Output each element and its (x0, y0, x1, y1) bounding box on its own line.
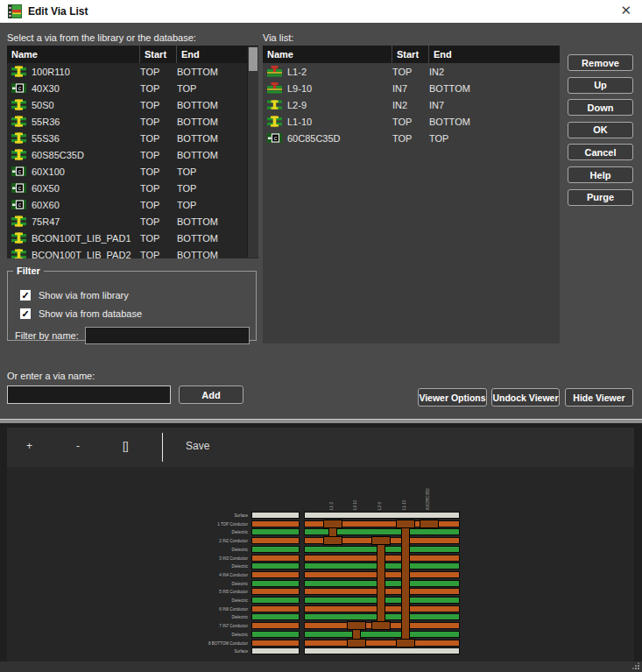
checkbox[interactable]: ✓ (19, 308, 32, 320)
table-row[interactable]: BCON100T_LIB_PAD1TOPBOTTOM (7, 230, 248, 246)
via-end-cell: BOTTOM (429, 117, 560, 127)
zoom-out-button[interactable]: - (76, 440, 80, 452)
via-end-cell: BOTTOM (177, 117, 248, 127)
via-list-table-header: NameStartEnd (263, 46, 560, 63)
via-end-cell: IN2 (429, 67, 560, 77)
via-start-cell: TOP (140, 250, 177, 259)
library-via-table[interactable]: NameStartEnd 100R110TOPBOTTOMc40X30TOPTO… (7, 46, 258, 258)
via-pad (371, 621, 391, 630)
via-name-cell: 100R110 (32, 67, 70, 77)
via-name-cell: L1-2 (287, 67, 307, 77)
via-start-cell: TOP (140, 83, 177, 94)
layer-label: Dielectric (143, 614, 248, 621)
via-end-cell: TOP (429, 133, 560, 144)
undock-viewer-button[interactable]: Undock Viewer (491, 388, 560, 407)
svg-text:c: c (18, 202, 22, 208)
zoom-in-button[interactable]: + (26, 440, 32, 452)
table-row[interactable]: L9-10IN7BOTTOM (263, 80, 560, 96)
via-column-label: L1-10 (402, 483, 410, 510)
vertical-scrollbar[interactable] (247, 46, 258, 258)
via-name-cell: 60C85C35D (287, 133, 341, 144)
purge-button[interactable]: Purge (568, 189, 633, 206)
table-row[interactable]: BCON100T_LIB_PAD2TOPBOTTOM (7, 246, 248, 258)
table-row[interactable]: c60X60TOPTOP (7, 196, 248, 213)
layer-bar (251, 647, 300, 654)
zoom-fit-button[interactable]: [] (123, 440, 129, 452)
checkbox-label: Show via from library (39, 290, 129, 301)
hide-viewer-button[interactable]: Hide Viewer (565, 388, 633, 407)
via-column-label: 60C85C35D (426, 483, 434, 510)
cross-section-canvas[interactable]: Surface1 TOP ConductorDielectric2 IN2 Co… (7, 467, 634, 661)
table-row[interactable]: 55S36TOPBOTTOM (7, 130, 248, 146)
layer-bar (251, 613, 300, 620)
via-pad (323, 536, 342, 545)
via-list-table[interactable]: NameStartEnd L1-2TOPIN2L9-10IN7BOTTOML2-… (263, 46, 560, 343)
via-name-cell: 75R47 (32, 216, 60, 227)
layer-bar (304, 512, 460, 519)
window-title: Edit Via List (28, 5, 88, 18)
via-name-cell: 60X100 (32, 166, 65, 177)
table-row[interactable]: L1-2TOPIN2 (263, 63, 560, 80)
column-header-start: Start (392, 46, 429, 63)
table-row[interactable]: 55R36TOPBOTTOM (7, 113, 248, 130)
via-start-cell: TOP (140, 100, 177, 110)
layer-label: 2 IN2 Conductor (143, 538, 248, 545)
via-start-cell: TOP (140, 216, 177, 227)
checkbox-label: Show via from database (39, 308, 142, 319)
add-button[interactable]: Add (179, 386, 243, 404)
title-bar[interactable]: Edit Via List ✕ (0, 0, 642, 24)
via-name-cell: 40X30 (32, 83, 60, 94)
scrollbar-thumb[interactable] (249, 47, 258, 71)
help-button[interactable]: Help (568, 166, 633, 183)
column-header-name: Name (263, 46, 392, 63)
filter-legend: Filter (13, 265, 44, 276)
via-name-cell: 55R36 (32, 117, 60, 127)
through-via-icon (11, 66, 26, 77)
table-row[interactable]: 100R110TOPBOTTOM (7, 63, 248, 80)
table-row[interactable]: 75R47TOPBOTTOM (7, 213, 248, 230)
through-via-icon (267, 116, 282, 127)
svg-text:c: c (18, 185, 22, 191)
table-row[interactable]: L1-10TOPBOTTOM (263, 113, 560, 130)
table-row[interactable]: c60C85C35DTOPTOP (263, 130, 560, 146)
remove-button[interactable]: Remove (568, 54, 633, 71)
via-start-cell: TOP (392, 67, 429, 77)
via-pad (396, 639, 415, 647)
table-row[interactable]: 60S85C35DTOPBOTTOM (7, 146, 248, 163)
via-pad (347, 621, 366, 630)
viewer-options-button[interactable]: Viewer Options (418, 388, 487, 407)
layer-bar (251, 588, 300, 595)
layer-bar (251, 555, 300, 562)
layer-label: Dielectric (143, 563, 248, 570)
table-row[interactable]: c60X100TOPTOP (7, 163, 248, 180)
smd-via-icon: c (11, 199, 26, 210)
table-row[interactable]: L2-9IN2IN7 (263, 96, 560, 113)
via-start-cell: TOP (140, 133, 177, 144)
table-row[interactable]: c40X30TOPTOP (7, 80, 248, 96)
partial-top-via-icon (267, 82, 282, 94)
checkbox[interactable]: ✓ (19, 289, 32, 301)
through-via-icon (11, 116, 26, 127)
cancel-button[interactable]: Cancel (568, 144, 633, 160)
via-start-cell: TOP (392, 133, 429, 144)
down-button[interactable]: Down (568, 99, 633, 116)
filter-by-name-input[interactable] (85, 327, 250, 344)
close-icon[interactable]: ✕ (620, 3, 631, 18)
via-column-label: L9-10 (353, 483, 361, 510)
resize-grip[interactable] (631, 661, 639, 669)
via-pad (323, 520, 342, 528)
table-row[interactable]: c60X50TOPTOP (7, 180, 248, 196)
through-via-icon (11, 249, 26, 258)
save-button[interactable]: Save (186, 440, 209, 452)
via-name-cell: L1-10 (287, 117, 312, 127)
column-header-start: Start (140, 46, 177, 63)
table-row[interactable]: 50S0TOPBOTTOM (7, 96, 248, 113)
layer-bar (251, 580, 300, 587)
layer-label: Dielectric (143, 598, 248, 605)
layer-bar (251, 512, 300, 519)
viewer-bottom-strip (0, 661, 642, 672)
via-name-input[interactable] (7, 386, 171, 404)
up-button[interactable]: Up (568, 77, 633, 94)
via-end-cell: TOP (177, 200, 248, 210)
ok-button[interactable]: OK (568, 122, 633, 138)
